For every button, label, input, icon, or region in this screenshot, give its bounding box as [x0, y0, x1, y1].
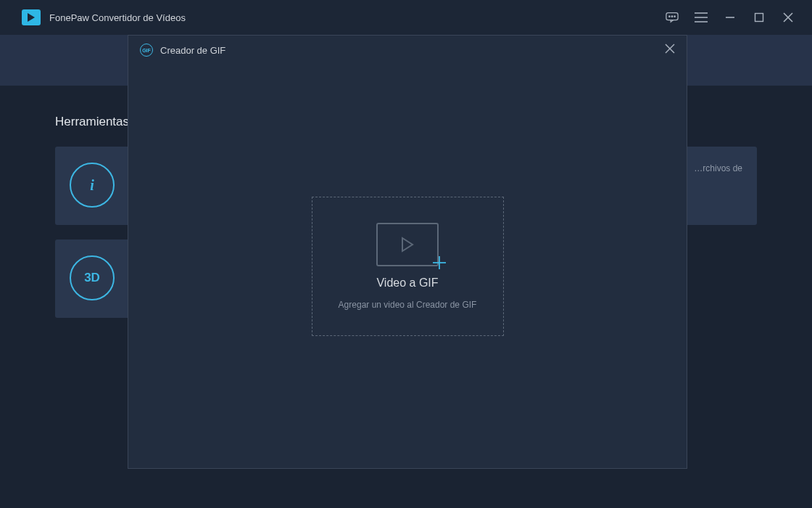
- dialog-header: GIF Creador de GIF: [128, 36, 687, 65]
- svg-point-2: [669, 16, 670, 17]
- feedback-icon[interactable]: [666, 11, 679, 24]
- svg-marker-14: [402, 238, 413, 251]
- app-logo-icon: [22, 9, 41, 25]
- dialog-close-icon[interactable]: [665, 44, 675, 57]
- maximize-icon[interactable]: [753, 11, 766, 24]
- titlebar: FonePaw Convertidor de Vídeos: [0, 0, 812, 35]
- svg-point-4: [674, 16, 675, 17]
- gif-creator-dialog: GIF Creador de GIF Video a GIF Agregar u…: [128, 35, 687, 469]
- dialog-title: Creador de GIF: [160, 45, 225, 56]
- svg-rect-9: [755, 14, 763, 22]
- info-icon: i: [70, 163, 115, 208]
- svg-point-3: [671, 16, 672, 17]
- app-title: FonePaw Convertidor de Vídeos: [49, 12, 186, 23]
- plus-icon: [431, 255, 447, 274]
- titlebar-left: FonePaw Convertidor de Vídeos: [22, 9, 186, 25]
- close-icon[interactable]: [782, 11, 795, 24]
- video-thumb-icon: [376, 223, 439, 266]
- 3d-icon: 3D: [70, 255, 115, 300]
- dialog-body: Video a GIF Agregar un video al Creador …: [128, 65, 687, 468]
- svg-marker-0: [28, 13, 35, 22]
- minimize-icon[interactable]: [724, 11, 737, 24]
- video-dropzone[interactable]: Video a GIF Agregar un video al Creador …: [312, 197, 504, 336]
- titlebar-controls: [666, 11, 795, 24]
- menu-icon[interactable]: [695, 11, 708, 24]
- gif-icon: GIF: [140, 44, 153, 57]
- dropzone-title: Video a GIF: [376, 276, 438, 290]
- tool-desc: …rchivos de: [694, 163, 742, 175]
- dropzone-subtitle: Agregar un video al Creador de GIF: [339, 300, 477, 310]
